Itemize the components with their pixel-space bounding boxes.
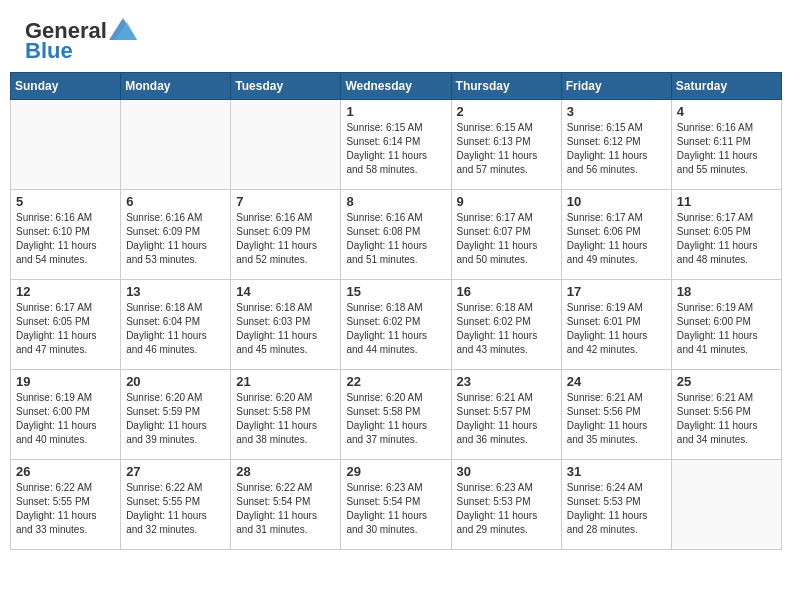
calendar-cell: 22Sunrise: 6:20 AMSunset: 5:58 PMDayligh…	[341, 370, 451, 460]
calendar-week-row: 26Sunrise: 6:22 AMSunset: 5:55 PMDayligh…	[11, 460, 782, 550]
day-info: Sunrise: 6:16 AMSunset: 6:10 PMDaylight:…	[16, 211, 115, 267]
col-header-thursday: Thursday	[451, 73, 561, 100]
day-number: 19	[16, 374, 115, 389]
calendar-cell: 27Sunrise: 6:22 AMSunset: 5:55 PMDayligh…	[121, 460, 231, 550]
day-info: Sunrise: 6:17 AMSunset: 6:06 PMDaylight:…	[567, 211, 666, 267]
logo-blue: Blue	[25, 38, 73, 63]
day-info: Sunrise: 6:18 AMSunset: 6:04 PMDaylight:…	[126, 301, 225, 357]
day-number: 15	[346, 284, 445, 299]
day-number: 4	[677, 104, 776, 119]
day-number: 23	[457, 374, 556, 389]
calendar-cell: 11Sunrise: 6:17 AMSunset: 6:05 PMDayligh…	[671, 190, 781, 280]
calendar-cell: 16Sunrise: 6:18 AMSunset: 6:02 PMDayligh…	[451, 280, 561, 370]
calendar-week-row: 19Sunrise: 6:19 AMSunset: 6:00 PMDayligh…	[11, 370, 782, 460]
calendar-cell: 12Sunrise: 6:17 AMSunset: 6:05 PMDayligh…	[11, 280, 121, 370]
calendar-cell: 6Sunrise: 6:16 AMSunset: 6:09 PMDaylight…	[121, 190, 231, 280]
day-number: 13	[126, 284, 225, 299]
day-number: 25	[677, 374, 776, 389]
day-info: Sunrise: 6:19 AMSunset: 6:01 PMDaylight:…	[567, 301, 666, 357]
calendar-cell: 1Sunrise: 6:15 AMSunset: 6:14 PMDaylight…	[341, 100, 451, 190]
day-number: 12	[16, 284, 115, 299]
calendar-cell	[121, 100, 231, 190]
col-header-friday: Friday	[561, 73, 671, 100]
calendar-cell: 28Sunrise: 6:22 AMSunset: 5:54 PMDayligh…	[231, 460, 341, 550]
day-info: Sunrise: 6:18 AMSunset: 6:02 PMDaylight:…	[457, 301, 556, 357]
day-number: 16	[457, 284, 556, 299]
calendar-cell: 30Sunrise: 6:23 AMSunset: 5:53 PMDayligh…	[451, 460, 561, 550]
day-info: Sunrise: 6:20 AMSunset: 5:58 PMDaylight:…	[346, 391, 445, 447]
day-info: Sunrise: 6:23 AMSunset: 5:54 PMDaylight:…	[346, 481, 445, 537]
day-info: Sunrise: 6:20 AMSunset: 5:59 PMDaylight:…	[126, 391, 225, 447]
calendar-week-row: 12Sunrise: 6:17 AMSunset: 6:05 PMDayligh…	[11, 280, 782, 370]
calendar-header-row: SundayMondayTuesdayWednesdayThursdayFrid…	[11, 73, 782, 100]
day-number: 21	[236, 374, 335, 389]
day-info: Sunrise: 6:17 AMSunset: 6:05 PMDaylight:…	[16, 301, 115, 357]
calendar-cell: 24Sunrise: 6:21 AMSunset: 5:56 PMDayligh…	[561, 370, 671, 460]
day-number: 10	[567, 194, 666, 209]
calendar-cell: 5Sunrise: 6:16 AMSunset: 6:10 PMDaylight…	[11, 190, 121, 280]
day-number: 1	[346, 104, 445, 119]
day-info: Sunrise: 6:16 AMSunset: 6:11 PMDaylight:…	[677, 121, 776, 177]
calendar-cell: 18Sunrise: 6:19 AMSunset: 6:00 PMDayligh…	[671, 280, 781, 370]
day-number: 6	[126, 194, 225, 209]
day-number: 31	[567, 464, 666, 479]
day-info: Sunrise: 6:17 AMSunset: 6:05 PMDaylight:…	[677, 211, 776, 267]
day-number: 2	[457, 104, 556, 119]
calendar-cell: 14Sunrise: 6:18 AMSunset: 6:03 PMDayligh…	[231, 280, 341, 370]
calendar-cell: 17Sunrise: 6:19 AMSunset: 6:01 PMDayligh…	[561, 280, 671, 370]
day-info: Sunrise: 6:15 AMSunset: 6:12 PMDaylight:…	[567, 121, 666, 177]
col-header-monday: Monday	[121, 73, 231, 100]
calendar-cell: 2Sunrise: 6:15 AMSunset: 6:13 PMDaylight…	[451, 100, 561, 190]
day-number: 30	[457, 464, 556, 479]
calendar-cell: 9Sunrise: 6:17 AMSunset: 6:07 PMDaylight…	[451, 190, 561, 280]
day-info: Sunrise: 6:22 AMSunset: 5:55 PMDaylight:…	[16, 481, 115, 537]
day-number: 9	[457, 194, 556, 209]
calendar-cell: 3Sunrise: 6:15 AMSunset: 6:12 PMDaylight…	[561, 100, 671, 190]
day-info: Sunrise: 6:24 AMSunset: 5:53 PMDaylight:…	[567, 481, 666, 537]
day-info: Sunrise: 6:21 AMSunset: 5:56 PMDaylight:…	[567, 391, 666, 447]
calendar-week-row: 1Sunrise: 6:15 AMSunset: 6:14 PMDaylight…	[11, 100, 782, 190]
day-info: Sunrise: 6:15 AMSunset: 6:14 PMDaylight:…	[346, 121, 445, 177]
day-number: 14	[236, 284, 335, 299]
logo: General Blue	[25, 20, 137, 62]
calendar-cell: 23Sunrise: 6:21 AMSunset: 5:57 PMDayligh…	[451, 370, 561, 460]
calendar-cell: 4Sunrise: 6:16 AMSunset: 6:11 PMDaylight…	[671, 100, 781, 190]
day-number: 24	[567, 374, 666, 389]
calendar-cell	[11, 100, 121, 190]
day-number: 18	[677, 284, 776, 299]
day-number: 7	[236, 194, 335, 209]
day-number: 27	[126, 464, 225, 479]
day-number: 5	[16, 194, 115, 209]
day-number: 11	[677, 194, 776, 209]
day-info: Sunrise: 6:22 AMSunset: 5:55 PMDaylight:…	[126, 481, 225, 537]
day-info: Sunrise: 6:21 AMSunset: 5:57 PMDaylight:…	[457, 391, 556, 447]
calendar-cell	[671, 460, 781, 550]
day-info: Sunrise: 6:16 AMSunset: 6:09 PMDaylight:…	[126, 211, 225, 267]
logo-icon	[109, 18, 137, 40]
page-header: General Blue	[10, 10, 782, 67]
calendar-week-row: 5Sunrise: 6:16 AMSunset: 6:10 PMDaylight…	[11, 190, 782, 280]
calendar-cell: 26Sunrise: 6:22 AMSunset: 5:55 PMDayligh…	[11, 460, 121, 550]
calendar-cell: 8Sunrise: 6:16 AMSunset: 6:08 PMDaylight…	[341, 190, 451, 280]
day-number: 28	[236, 464, 335, 479]
day-number: 29	[346, 464, 445, 479]
calendar-cell: 15Sunrise: 6:18 AMSunset: 6:02 PMDayligh…	[341, 280, 451, 370]
calendar-cell: 10Sunrise: 6:17 AMSunset: 6:06 PMDayligh…	[561, 190, 671, 280]
day-number: 26	[16, 464, 115, 479]
calendar-cell: 31Sunrise: 6:24 AMSunset: 5:53 PMDayligh…	[561, 460, 671, 550]
day-info: Sunrise: 6:23 AMSunset: 5:53 PMDaylight:…	[457, 481, 556, 537]
day-info: Sunrise: 6:20 AMSunset: 5:58 PMDaylight:…	[236, 391, 335, 447]
day-info: Sunrise: 6:22 AMSunset: 5:54 PMDaylight:…	[236, 481, 335, 537]
calendar-cell: 19Sunrise: 6:19 AMSunset: 6:00 PMDayligh…	[11, 370, 121, 460]
calendar-cell: 25Sunrise: 6:21 AMSunset: 5:56 PMDayligh…	[671, 370, 781, 460]
calendar-cell	[231, 100, 341, 190]
day-info: Sunrise: 6:15 AMSunset: 6:13 PMDaylight:…	[457, 121, 556, 177]
day-number: 17	[567, 284, 666, 299]
day-number: 3	[567, 104, 666, 119]
day-number: 20	[126, 374, 225, 389]
calendar-cell: 21Sunrise: 6:20 AMSunset: 5:58 PMDayligh…	[231, 370, 341, 460]
calendar-cell: 7Sunrise: 6:16 AMSunset: 6:09 PMDaylight…	[231, 190, 341, 280]
day-number: 8	[346, 194, 445, 209]
calendar-cell: 13Sunrise: 6:18 AMSunset: 6:04 PMDayligh…	[121, 280, 231, 370]
day-info: Sunrise: 6:19 AMSunset: 6:00 PMDaylight:…	[677, 301, 776, 357]
